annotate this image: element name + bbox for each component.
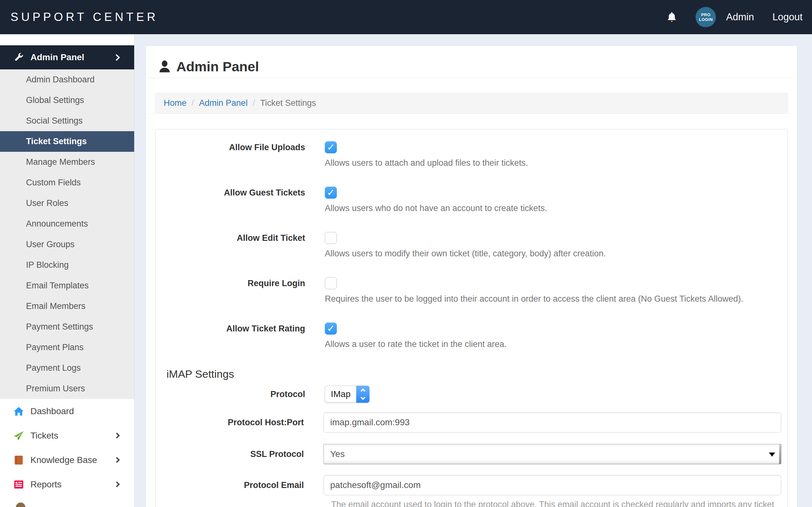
sidebar-item-payment-logs[interactable]: Payment Logs	[0, 358, 134, 378]
allow-guest-tickets-label: Allow Guest Tickets	[155, 187, 325, 214]
chevron-right-icon	[114, 481, 119, 487]
ticket-settings-form-panel: Allow File Uploads Allows users to attac…	[155, 129, 788, 507]
require-login-help: Requires the user to be logged into thei…	[325, 293, 781, 304]
require-login-label: Require Login	[155, 277, 325, 304]
home-icon	[13, 406, 24, 417]
page-title: Admin Panel	[176, 59, 259, 74]
form-row-require-login: Require Login Requires the user to be lo…	[155, 277, 788, 304]
sidebar-item-email-templates[interactable]: Email Templates	[0, 275, 134, 296]
sidebar-item-payment-plans[interactable]: Payment Plans	[0, 337, 134, 358]
paper-plane-icon	[13, 430, 24, 441]
protocol-host-label: Protocol Host:Port	[155, 416, 323, 429]
form-row-allow-edit-ticket: Allow Edit Ticket Allows users to modify…	[155, 232, 788, 259]
sidebar-submenu: Admin Dashboard Global Settings Social S…	[0, 69, 134, 399]
sidebar-knowledge-base-label: Knowledge Base	[31, 455, 97, 465]
user-menu-link[interactable]: Admin	[726, 11, 754, 23]
ssl-protocol-select[interactable]: Yes	[323, 444, 781, 464]
allow-edit-ticket-label: Allow Edit Ticket	[155, 232, 325, 259]
sidebar-item-announcements[interactable]: Announcements	[0, 214, 134, 234]
app-brand: SUPPORT CENTER	[10, 10, 158, 24]
allow-edit-ticket-checkbox[interactable]	[325, 232, 337, 244]
form-row-allow-ticket-rating: Allow Ticket Rating Allows a user to rat…	[155, 323, 788, 350]
sidebar-item-ticket-settings[interactable]: Ticket Settings	[0, 131, 134, 152]
allow-guest-tickets-help: Allows users who do not have an account …	[325, 203, 781, 214]
allow-guest-tickets-checkbox[interactable]	[325, 187, 337, 199]
breadcrumb-current: Ticket Settings	[260, 98, 316, 108]
report-list-icon	[13, 479, 24, 490]
breadcrumb-separator: /	[192, 98, 194, 108]
select-stepper-icon	[356, 386, 369, 403]
avatar[interactable]: PRO LOGIN	[696, 7, 716, 27]
dropdown-arrow-icon	[769, 452, 775, 457]
form-row-protocol: Protocol IMap	[155, 386, 788, 403]
protocol-select-value: IMap	[325, 386, 356, 402]
sidebar-item-ip-blocking[interactable]: IP Blocking	[0, 255, 134, 275]
sidebar-item-admin-panel[interactable]: Admin Panel	[0, 45, 134, 69]
breadcrumb-admin-panel-link[interactable]: Admin Panel	[199, 98, 248, 108]
sidebar-item-user-groups[interactable]: User Groups	[0, 234, 134, 255]
form-row-protocol-host: Protocol Host:Port	[155, 412, 788, 433]
require-login-checkbox[interactable]	[325, 277, 337, 289]
book-icon	[13, 455, 24, 465]
sidebar-item-payment-settings[interactable]: Payment Settings	[0, 317, 134, 337]
sidebar-item-premium-users[interactable]: Premium Users	[0, 378, 134, 399]
sidebar-tickets-label: Tickets	[31, 431, 58, 441]
protocol-email-input[interactable]	[323, 475, 781, 495]
sidebar-item-tickets[interactable]: Tickets	[0, 424, 134, 448]
sidebar-item-user-roles[interactable]: User Roles	[0, 193, 134, 214]
breadcrumb-home-link[interactable]: Home	[164, 98, 187, 108]
avatar-text-2: LOGIN	[699, 17, 713, 22]
sidebar-admin-panel-label: Admin Panel	[31, 52, 84, 62]
topbar-right: PRO LOGIN Admin Logout	[666, 7, 812, 27]
sidebar-reports-label: Reports	[31, 480, 61, 490]
notifications-bell-icon[interactable]	[666, 11, 678, 23]
form-row-allow-file-uploads: Allow File Uploads Allows users to attac…	[155, 141, 788, 169]
avatar-text-1: PRO	[701, 12, 711, 17]
protocol-host-input[interactable]	[323, 412, 781, 433]
form-row-ssl-protocol: SSL Protocol Yes	[155, 444, 788, 464]
clipped-help-text: The email account used to login to the p…	[331, 500, 788, 507]
breadcrumb-separator: /	[253, 98, 255, 108]
breadcrumb: Home / Admin Panel / Ticket Settings	[155, 93, 788, 113]
partial-sidebar-user-icon	[16, 503, 26, 507]
sidebar-item-admin-dashboard[interactable]: Admin Dashboard	[0, 69, 134, 90]
chevron-right-icon	[114, 433, 119, 438]
sidebar-item-knowledge-base[interactable]: Knowledge Base	[0, 448, 134, 472]
chevron-right-icon	[114, 457, 119, 463]
page-header: Admin Panel	[146, 46, 797, 78]
sidebar-item-custom-fields[interactable]: Custom Fields	[0, 172, 134, 193]
allow-edit-ticket-help: Allows users to modify their own ticket …	[325, 248, 781, 259]
ssl-protocol-label: SSL Protocol	[155, 448, 323, 460]
chevron-right-icon	[113, 54, 120, 60]
divider	[148, 113, 795, 114]
allow-ticket-rating-help: Allows a user to rate the ticket in the …	[325, 338, 781, 350]
topbar: SUPPORT CENTER PRO LOGIN Admin Logout	[0, 0, 812, 34]
sidebar-dashboard-label: Dashboard	[31, 406, 74, 416]
ssl-protocol-select-value: Yes	[330, 449, 345, 459]
imap-settings-heading: iMAP Settings	[166, 368, 788, 380]
allow-file-uploads-help: Allows users to attach and upload files …	[325, 157, 781, 169]
sidebar: Admin Panel Admin Dashboard Global Setti…	[0, 34, 135, 507]
wrench-icon	[14, 53, 23, 62]
sidebar-item-manage-members[interactable]: Manage Members	[0, 152, 134, 172]
form-row-allow-guest-tickets: Allow Guest Tickets Allows users who do …	[155, 187, 788, 214]
person-icon	[157, 59, 172, 74]
form-row-protocol-email: Protocol Email	[155, 475, 788, 495]
sidebar-item-reports[interactable]: Reports	[0, 472, 134, 497]
sidebar-item-email-members[interactable]: Email Members	[0, 296, 134, 317]
allow-file-uploads-checkbox[interactable]	[325, 141, 337, 153]
protocol-select[interactable]: IMap	[325, 386, 369, 403]
protocol-email-label: Protocol Email	[155, 479, 323, 491]
sidebar-item-global-settings[interactable]: Global Settings	[0, 90, 134, 111]
sidebar-item-social-settings[interactable]: Social Settings	[0, 111, 134, 131]
allow-file-uploads-label: Allow File Uploads	[155, 141, 325, 169]
main-content-card: Admin Panel Home / Admin Panel / Ticket …	[146, 46, 798, 507]
allow-ticket-rating-label: Allow Ticket Rating	[155, 323, 325, 350]
protocol-label: Protocol	[155, 388, 325, 400]
allow-ticket-rating-checkbox[interactable]	[325, 323, 337, 335]
logout-link[interactable]: Logout	[772, 11, 803, 23]
sidebar-item-dashboard[interactable]: Dashboard	[0, 399, 134, 424]
